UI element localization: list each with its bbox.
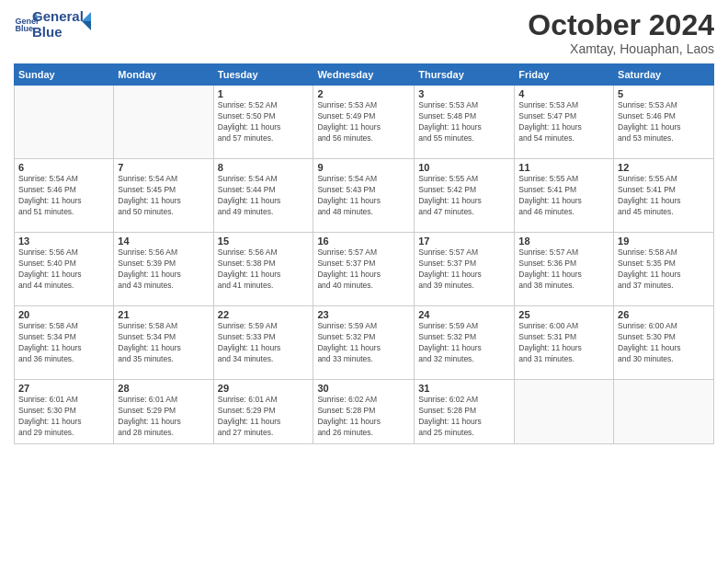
calendar-table: SundayMondayTuesdayWednesdayThursdayFrid… — [14, 63, 714, 444]
day-number: 10 — [418, 162, 510, 173]
day-info: Sunrise: 5:56 AMSunset: 5:40 PMDaylight:… — [18, 247, 109, 292]
day-number: 18 — [518, 236, 609, 247]
day-info: Sunrise: 6:00 AMSunset: 5:31 PMDaylight:… — [518, 321, 609, 365]
calendar-cell: 16Sunrise: 5:57 AMSunset: 5:37 PMDayligh… — [313, 233, 415, 306]
svg-text:Blue: Blue — [15, 24, 33, 33]
day-number: 6 — [18, 162, 109, 173]
day-number: 13 — [18, 236, 109, 247]
calendar-cell: 25Sunrise: 6:00 AMSunset: 5:31 PMDayligh… — [515, 306, 614, 380]
day-number: 28 — [118, 383, 209, 394]
calendar-cell: 18Sunrise: 5:57 AMSunset: 5:36 PMDayligh… — [515, 233, 614, 306]
calendar-cell — [15, 86, 114, 159]
calendar-header-row: SundayMondayTuesdayWednesdayThursdayFrid… — [15, 64, 714, 86]
day-number: 23 — [317, 309, 410, 320]
day-number: 5 — [618, 88, 710, 99]
calendar-cell — [114, 86, 213, 159]
day-info: Sunrise: 5:53 AMSunset: 5:48 PMDaylight:… — [418, 100, 510, 144]
day-info: Sunrise: 5:54 AMSunset: 5:46 PMDaylight:… — [18, 174, 109, 218]
calendar-cell: 1Sunrise: 5:52 AMSunset: 5:50 PMDaylight… — [213, 86, 313, 159]
day-info: Sunrise: 5:57 AMSunset: 5:37 PMDaylight:… — [317, 247, 410, 292]
header: General Blue General Blue October 2024 X… — [14, 9, 714, 56]
calendar-cell: 28Sunrise: 6:01 AMSunset: 5:29 PMDayligh… — [114, 380, 213, 444]
calendar-cell: 26Sunrise: 6:00 AMSunset: 5:30 PMDayligh… — [614, 306, 714, 380]
day-info: Sunrise: 6:00 AMSunset: 5:30 PMDaylight:… — [618, 321, 710, 365]
day-number: 11 — [518, 162, 609, 173]
day-number: 24 — [418, 309, 510, 320]
calendar-cell: 14Sunrise: 5:56 AMSunset: 5:39 PMDayligh… — [114, 233, 213, 306]
day-number: 22 — [218, 309, 310, 320]
day-info: Sunrise: 5:54 AMSunset: 5:43 PMDaylight:… — [317, 174, 410, 218]
calendar-week-row: 6Sunrise: 5:54 AMSunset: 5:46 PMDaylight… — [15, 159, 714, 233]
calendar-cell: 2Sunrise: 5:53 AMSunset: 5:49 PMDaylight… — [313, 86, 415, 159]
calendar-cell: 31Sunrise: 6:02 AMSunset: 5:28 PMDayligh… — [415, 380, 515, 444]
svg-marker-4 — [82, 12, 91, 21]
calendar-cell: 8Sunrise: 5:54 AMSunset: 5:44 PMDaylight… — [213, 159, 313, 233]
calendar-cell: 20Sunrise: 5:58 AMSunset: 5:34 PMDayligh… — [15, 306, 114, 380]
calendar-cell — [614, 380, 714, 444]
svg-marker-5 — [82, 21, 91, 30]
day-number: 19 — [618, 236, 710, 247]
day-number: 31 — [418, 383, 510, 394]
logo-triangle-icon — [82, 12, 100, 30]
day-number: 7 — [118, 162, 209, 173]
calendar-cell: 7Sunrise: 5:54 AMSunset: 5:45 PMDaylight… — [114, 159, 213, 233]
calendar-header-saturday: Saturday — [614, 64, 714, 86]
calendar-cell: 13Sunrise: 5:56 AMSunset: 5:40 PMDayligh… — [15, 233, 114, 306]
title-area: October 2024 Xamtay, Houaphan, Laos — [528, 9, 714, 56]
day-info: Sunrise: 5:57 AMSunset: 5:37 PMDaylight:… — [418, 247, 510, 292]
calendar-cell — [515, 380, 614, 444]
calendar-week-row: 13Sunrise: 5:56 AMSunset: 5:40 PMDayligh… — [15, 233, 714, 306]
day-number: 17 — [418, 236, 510, 247]
day-info: Sunrise: 5:53 AMSunset: 5:47 PMDaylight:… — [518, 100, 609, 144]
day-number: 25 — [518, 309, 609, 320]
day-info: Sunrise: 6:02 AMSunset: 5:28 PMDaylight:… — [317, 395, 410, 439]
calendar-page: General Blue General Blue October 2024 X… — [0, 0, 728, 563]
day-number: 21 — [118, 309, 209, 320]
calendar-cell: 10Sunrise: 5:55 AMSunset: 5:42 PMDayligh… — [415, 159, 515, 233]
day-info: Sunrise: 6:01 AMSunset: 5:29 PMDaylight:… — [118, 395, 209, 439]
calendar-header-tuesday: Tuesday — [213, 64, 313, 86]
day-info: Sunrise: 5:59 AMSunset: 5:32 PMDaylight:… — [418, 321, 510, 365]
day-number: 2 — [317, 88, 410, 99]
day-info: Sunrise: 6:01 AMSunset: 5:29 PMDaylight:… — [218, 395, 310, 439]
day-number: 1 — [218, 88, 310, 99]
day-info: Sunrise: 5:56 AMSunset: 5:39 PMDaylight:… — [118, 247, 209, 292]
calendar-cell: 22Sunrise: 5:59 AMSunset: 5:33 PMDayligh… — [213, 306, 313, 380]
month-title: October 2024 — [528, 9, 714, 41]
day-info: Sunrise: 5:54 AMSunset: 5:44 PMDaylight:… — [218, 174, 310, 218]
calendar-week-row: 1Sunrise: 5:52 AMSunset: 5:50 PMDaylight… — [15, 86, 714, 159]
day-number: 29 — [218, 383, 310, 394]
calendar-cell: 12Sunrise: 5:55 AMSunset: 5:41 PMDayligh… — [614, 159, 714, 233]
calendar-cell: 30Sunrise: 6:02 AMSunset: 5:28 PMDayligh… — [313, 380, 415, 444]
day-number: 30 — [317, 383, 410, 394]
calendar-cell: 4Sunrise: 5:53 AMSunset: 5:47 PMDaylight… — [515, 86, 614, 159]
calendar-cell: 11Sunrise: 5:55 AMSunset: 5:41 PMDayligh… — [515, 159, 614, 233]
day-number: 27 — [18, 383, 109, 394]
logo: General Blue General Blue — [14, 9, 100, 40]
day-number: 12 — [618, 162, 710, 173]
calendar-cell: 5Sunrise: 5:53 AMSunset: 5:46 PMDaylight… — [614, 86, 714, 159]
calendar-week-row: 20Sunrise: 5:58 AMSunset: 5:34 PMDayligh… — [15, 306, 714, 380]
day-number: 9 — [317, 162, 410, 173]
calendar-cell: 27Sunrise: 6:01 AMSunset: 5:30 PMDayligh… — [15, 380, 114, 444]
day-number: 14 — [118, 236, 209, 247]
calendar-cell: 23Sunrise: 5:59 AMSunset: 5:32 PMDayligh… — [313, 306, 415, 380]
day-info: Sunrise: 5:53 AMSunset: 5:46 PMDaylight:… — [618, 100, 710, 144]
calendar-cell: 29Sunrise: 6:01 AMSunset: 5:29 PMDayligh… — [213, 380, 313, 444]
logo-line2: Blue — [32, 25, 84, 40]
day-info: Sunrise: 5:57 AMSunset: 5:36 PMDaylight:… — [518, 247, 609, 292]
calendar-header-sunday: Sunday — [15, 64, 114, 86]
calendar-header-thursday: Thursday — [415, 64, 515, 86]
day-info: Sunrise: 5:58 AMSunset: 5:34 PMDaylight:… — [18, 321, 109, 365]
calendar-cell: 24Sunrise: 5:59 AMSunset: 5:32 PMDayligh… — [415, 306, 515, 380]
day-info: Sunrise: 5:53 AMSunset: 5:49 PMDaylight:… — [317, 100, 410, 144]
calendar-cell: 15Sunrise: 5:56 AMSunset: 5:38 PMDayligh… — [213, 233, 313, 306]
calendar-header-monday: Monday — [114, 64, 213, 86]
day-number: 8 — [218, 162, 310, 173]
day-info: Sunrise: 5:59 AMSunset: 5:32 PMDaylight:… — [317, 321, 410, 365]
calendar-cell: 17Sunrise: 5:57 AMSunset: 5:37 PMDayligh… — [415, 233, 515, 306]
day-number: 4 — [518, 88, 609, 99]
calendar-cell: 6Sunrise: 5:54 AMSunset: 5:46 PMDaylight… — [15, 159, 114, 233]
day-info: Sunrise: 5:55 AMSunset: 5:42 PMDaylight:… — [418, 174, 510, 218]
day-number: 15 — [218, 236, 310, 247]
